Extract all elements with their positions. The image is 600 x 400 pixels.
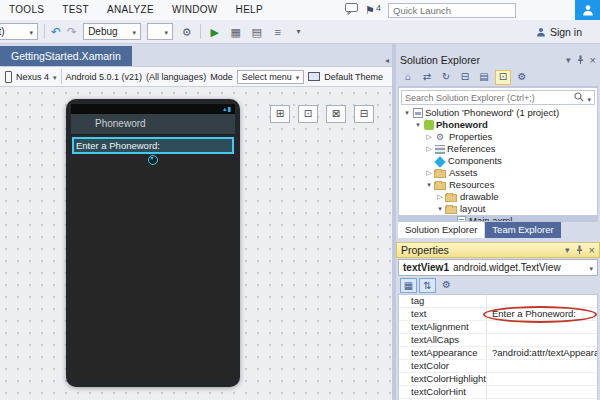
properties-icon[interactable]: ⚙: [514, 70, 530, 85]
document-tab-gettingstarted[interactable]: GettingStarted.Xamarin: [0, 46, 132, 66]
properties-title: Properties: [401, 244, 449, 256]
designer-separator: [61, 69, 62, 84]
select-menu-value: Select menu: [242, 72, 292, 82]
android-project-icon: [424, 120, 434, 130]
solution-explorer-titlebar: Solution Explorer ▾ ×: [396, 52, 600, 68]
design-surface[interactable]: ⊞ ⊡ ⊠ ⊟ ▴▮ Phoneword Enter a Phoneword:: [0, 87, 392, 400]
property-grid: tag text Enter a Phoneword: textAlignmen…: [398, 294, 598, 400]
pin-icon[interactable]: [576, 54, 585, 66]
property-value[interactable]: [487, 295, 597, 307]
pin-icon[interactable]: [575, 244, 584, 256]
standard-toolbar: at) ↶ ↷ Debug ⚙ ▶ ▦ ▤ ≡ ▾ Sign in: [0, 20, 600, 44]
selected-object-dropdown[interactable]: textView1 android.widget.TextView: [398, 259, 598, 276]
resize-handle[interactable]: [148, 155, 158, 165]
menu-test[interactable]: TEST: [53, 0, 98, 20]
orientation-icon[interactable]: [308, 72, 320, 81]
tree-item-project-phoneword[interactable]: ▾ Phoneword: [399, 119, 597, 131]
expander-icon[interactable]: ▾: [402, 107, 412, 119]
splitter-collapse-icon[interactable]: ◂: [385, 56, 389, 65]
start-debug-icon[interactable]: ▶: [207, 21, 222, 43]
menu-tools[interactable]: TOOLS: [0, 0, 53, 20]
search-icon[interactable]: [574, 92, 584, 104]
menu-window[interactable]: WINDOW: [163, 0, 227, 20]
tree-item-properties[interactable]: ▷ ⚙ Properties: [399, 131, 597, 143]
expander-icon[interactable]: ▷: [424, 167, 434, 179]
menu-help[interactable]: HELP: [227, 0, 272, 20]
close-icon[interactable]: ×: [589, 246, 595, 255]
properties-titlebar: Properties ▾ ×: [396, 242, 600, 258]
notifications-flag-icon[interactable]: ⚑ 4: [365, 4, 381, 17]
property-row-textcolorhighlight: textColorHighlight: [399, 373, 597, 386]
zoom-fit-button[interactable]: ⊞: [270, 105, 290, 123]
alphabetical-icon[interactable]: ⇅: [419, 278, 436, 293]
device-log-icon[interactable]: ▤: [249, 21, 264, 43]
show-all-files-icon[interactable]: ▤: [476, 70, 492, 85]
refresh-icon[interactable]: ↻: [438, 70, 454, 85]
settings-icon[interactable]: ⚙: [179, 21, 194, 43]
debug-configuration-dropdown[interactable]: Debug: [83, 23, 141, 40]
tree-item-components[interactable]: Components: [399, 155, 597, 167]
flag-glyph: ⚑: [365, 4, 375, 17]
property-value[interactable]: ?android:attr/textAppeara: [487, 347, 597, 359]
tab-team-explorer[interactable]: Team Explorer: [485, 222, 560, 238]
device-dropdown[interactable]: Nexus 4: [16, 72, 49, 82]
zoom-actual-button[interactable]: ⊡: [298, 105, 318, 123]
tree-item-drawable[interactable]: ▷ drawable: [399, 191, 597, 203]
expander-icon[interactable]: ▷: [435, 191, 445, 203]
home-icon[interactable]: ⌂: [400, 70, 416, 85]
expander-icon[interactable]: ▷: [424, 131, 434, 143]
window-menu-icon[interactable]: ▾: [565, 246, 570, 255]
collapse-all-icon[interactable]: ⊟: [457, 70, 473, 85]
textview-enter-phoneword[interactable]: Enter a Phoneword:: [72, 137, 234, 154]
property-row-text: text Enter a Phoneword:: [399, 308, 597, 321]
property-value-text[interactable]: Enter a Phoneword:: [487, 308, 597, 320]
feedback-person-button[interactable]: [575, 0, 600, 20]
categorized-icon[interactable]: ▦: [400, 278, 417, 293]
language-dropdown[interactable]: (All languages): [146, 72, 206, 82]
configuration-dropdown[interactable]: at): [0, 23, 38, 40]
android-version-dropdown[interactable]: Android 5.0.1 (v21): [66, 72, 143, 82]
property-value[interactable]: [487, 334, 597, 346]
tree-item-references[interactable]: ▷ References: [399, 143, 597, 155]
debug-configuration-value: Debug: [88, 26, 117, 37]
property-value[interactable]: [487, 373, 597, 385]
property-value[interactable]: [487, 321, 597, 333]
navigate-forward-icon[interactable]: ↷: [67, 22, 77, 42]
property-pages-icon[interactable]: ⚙: [438, 278, 455, 293]
sync-active-document-icon[interactable]: ⊡: [495, 70, 511, 85]
quick-launch-input[interactable]: [388, 3, 516, 18]
build-icon[interactable]: ▦: [228, 21, 243, 43]
window-list-icon[interactable]: ≡: [270, 21, 285, 43]
tree-item-layout[interactable]: ▾ layout: [399, 203, 597, 215]
expander-icon[interactable]: ▾: [413, 119, 423, 131]
property-value[interactable]: [487, 386, 597, 398]
properties-toolbar: ▦ ⇅ ⚙: [398, 276, 598, 294]
navigate-back-icon[interactable]: ↶: [51, 22, 61, 42]
menu-bar: TOOLS TEST ANALYZE WINDOW HELP ⚑ 4: [0, 0, 600, 20]
tree-item-main-axml[interactable]: Main.axml: [399, 215, 597, 222]
toolbar-overflow-icon[interactable]: ▾: [291, 21, 306, 43]
tree-item-assets[interactable]: ▷ Assets: [399, 167, 597, 179]
close-icon[interactable]: ×: [590, 56, 596, 65]
fullscreen-button[interactable]: ⊠: [326, 105, 346, 123]
expander-icon[interactable]: ▾: [435, 203, 445, 215]
solution-explorer-content: ▾ Solution 'Phoneword' (1 project) ▾ Pho…: [398, 87, 598, 222]
select-menu-dropdown[interactable]: Select menu: [237, 70, 305, 84]
theme-dropdown[interactable]: Default Theme: [324, 72, 383, 82]
property-value[interactable]: [487, 360, 597, 372]
platform-dropdown[interactable]: [147, 23, 173, 40]
zoom-out-button[interactable]: ⊟: [354, 105, 374, 123]
menu-analyze[interactable]: ANALYZE: [98, 0, 163, 20]
solution-search-input[interactable]: [402, 93, 574, 103]
search-options-icon[interactable]: [587, 92, 591, 104]
tree-item-resources[interactable]: ▾ Resources: [399, 179, 597, 191]
feedback-bubble-icon[interactable]: [345, 3, 358, 17]
solution-search-box: [401, 90, 595, 105]
tree-item-solution[interactable]: ▾ Solution 'Phoneword' (1 project): [399, 107, 597, 119]
switch-views-icon[interactable]: ⇄: [419, 70, 435, 85]
window-menu-icon[interactable]: ▾: [566, 56, 571, 65]
sign-in-button[interactable]: Sign in: [536, 20, 582, 44]
tab-solution-explorer[interactable]: Solution Explorer: [398, 222, 484, 238]
expander-icon[interactable]: ▾: [424, 179, 434, 191]
expander-icon[interactable]: ▷: [424, 143, 434, 155]
